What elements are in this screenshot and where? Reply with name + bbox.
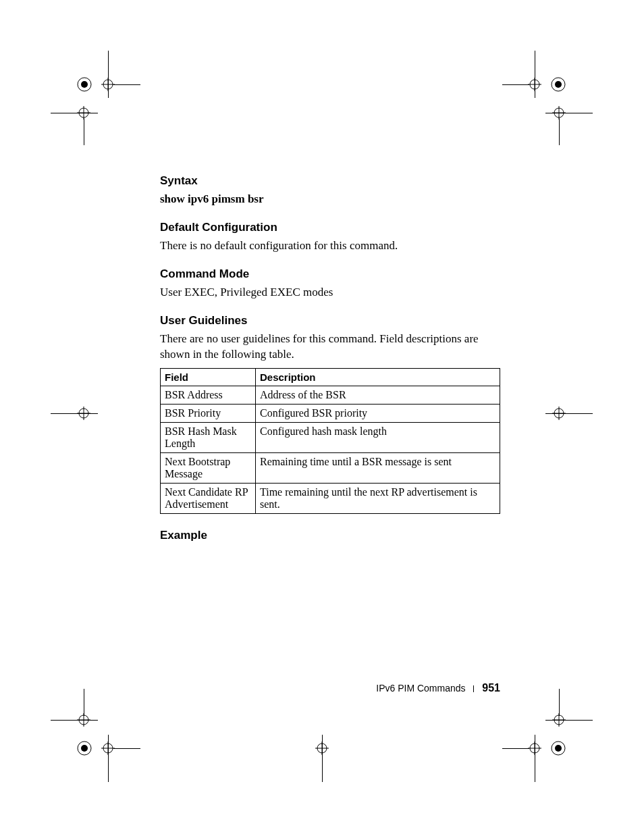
field-description-table: Field Description BSR Address Address of… (160, 368, 500, 514)
heading-default-config: Default Configuration (160, 221, 500, 234)
svg-point-26 (81, 745, 88, 752)
body-command-mode: User EXEC, Privileged EXEC modes (160, 285, 500, 301)
svg-point-38 (554, 715, 564, 725)
page: Syntax show ipv6 pimsm bsr Default Confi… (0, 0, 644, 834)
heading-user-guidelines: User Guidelines (160, 314, 500, 328)
body-syntax: show ipv6 pimsm bsr (160, 192, 500, 207)
svg-point-32 (317, 744, 327, 753)
svg-point-0 (103, 80, 113, 89)
svg-point-5 (530, 80, 539, 89)
table-cell-description: Address of the BSR (256, 386, 500, 404)
content-area: Syntax show ipv6 pimsm bsr Default Confi… (160, 174, 500, 542)
table-cell-description: Remaining time until a BSR message is se… (256, 452, 500, 483)
body-user-guidelines: There are no user guidelines for this co… (160, 332, 500, 363)
table-cell-field: BSR Priority (161, 404, 256, 422)
heading-command-mode: Command Mode (160, 267, 500, 281)
body-default-config: There is no default configuration for th… (160, 238, 500, 254)
table-cell-field: Next Candidate RP Advertisement (161, 483, 256, 513)
svg-point-19 (554, 409, 564, 418)
table-cell-description: Configured BSR priority (256, 404, 500, 422)
svg-point-10 (79, 108, 88, 118)
table-row: Next Candidate RP Advertisement Time rem… (161, 483, 500, 513)
svg-point-27 (530, 744, 539, 753)
svg-point-30 (552, 741, 565, 755)
table-header-row: Field Description (161, 368, 500, 386)
table-row: BSR Priority Configured BSR priority (161, 404, 500, 422)
footer-separator (473, 685, 474, 692)
footer-page-number: 951 (482, 682, 500, 694)
table-row: BSR Hash Mask Length Configured hash mas… (161, 422, 500, 452)
heading-example: Example (160, 529, 500, 542)
svg-point-35 (79, 715, 88, 725)
svg-point-8 (552, 78, 565, 91)
table-cell-field: BSR Address (161, 386, 256, 404)
svg-point-13 (554, 108, 564, 118)
footer-chapter: IPv6 PIM Commands (376, 683, 465, 694)
svg-point-9 (555, 81, 562, 88)
svg-point-31 (555, 745, 562, 752)
table-cell-field: BSR Hash Mask Length (161, 422, 256, 452)
page-footer: IPv6 PIM Commands 951 (160, 682, 500, 694)
svg-point-4 (81, 81, 88, 88)
svg-point-16 (79, 409, 88, 418)
table-header-field: Field (161, 368, 256, 386)
heading-syntax: Syntax (160, 174, 500, 188)
table-cell-description: Time remaining until the next RP adverti… (256, 483, 500, 513)
table-row: Next Bootstrap Message Remaining time un… (161, 452, 500, 483)
svg-point-22 (103, 744, 113, 753)
table-row: BSR Address Address of the BSR (161, 386, 500, 404)
table-cell-description: Configured hash mask length (256, 422, 500, 452)
svg-point-25 (78, 741, 91, 755)
table-header-description: Description (256, 368, 500, 386)
svg-point-3 (78, 78, 91, 91)
table-cell-field: Next Bootstrap Message (161, 452, 256, 483)
